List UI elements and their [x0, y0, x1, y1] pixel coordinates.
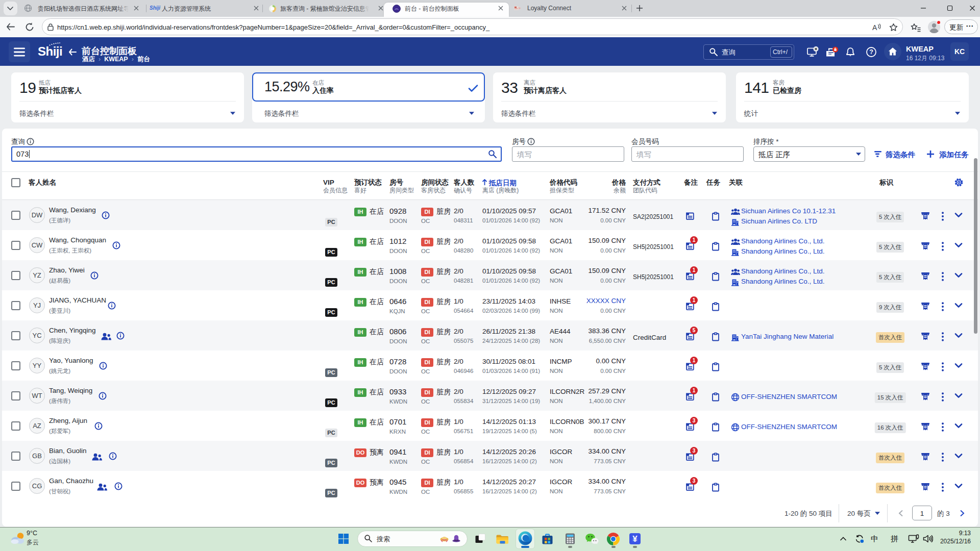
svg-text:¥: ¥ [632, 534, 638, 544]
svg-text:?: ? [869, 48, 873, 56]
svg-text:A: A [872, 23, 877, 32]
